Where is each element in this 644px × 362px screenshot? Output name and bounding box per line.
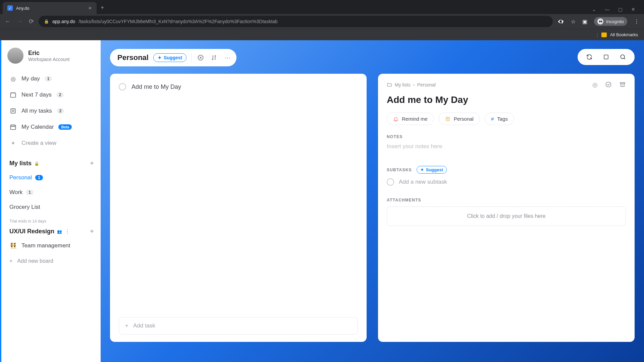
add-subtask-row[interactable]: Add a new subtask xyxy=(387,178,626,186)
browser-toolbar: ← → ⟳ 🔒 app.any.do/tasks/lists/uy0CCuvYF… xyxy=(0,14,644,29)
close-window-icon[interactable]: ✕ xyxy=(631,7,635,12)
maximize-icon[interactable]: ▢ xyxy=(618,7,623,12)
count-badge: 2 xyxy=(56,92,64,98)
svg-rect-7 xyxy=(620,82,625,83)
sidebar-item-alltasks[interactable]: All my tasks 2 xyxy=(7,104,96,118)
kebab-menu-icon[interactable]: ⋮ xyxy=(634,18,639,25)
profile-block[interactable]: Eric Workspace Account xyxy=(7,48,96,64)
forward-arrow-icon[interactable]: → xyxy=(17,18,23,25)
breadcrumb-list[interactable]: Personal xyxy=(417,82,436,87)
panels: Add me to My Day + Add task My lists › P… xyxy=(110,74,635,342)
chip-label: Tags xyxy=(497,116,508,122)
plus-icon: + xyxy=(9,258,12,264)
avatar xyxy=(7,48,23,64)
tags-chip[interactable]: # Tags xyxy=(485,113,514,125)
search-icon[interactable] xyxy=(619,53,627,61)
workspace-title: UX/UI Redesign xyxy=(9,228,54,235)
sidebar-item-next7[interactable]: Next 7 days 2 xyxy=(7,88,96,102)
sidebar-item-label: My day xyxy=(21,75,40,82)
sidebar-create-view[interactable]: + Create a view xyxy=(7,136,96,150)
attachments-label: ATTACHMENTS xyxy=(387,198,626,202)
note-icon xyxy=(445,116,450,122)
add-task-input[interactable]: + Add task xyxy=(119,317,358,335)
workspace-header: UX/UI Redesign 👥 ⋮ + xyxy=(7,226,96,237)
main-stage: Personal ✦ Suggest ⋯ xyxy=(101,40,644,362)
count-badge: 2 xyxy=(57,108,64,114)
list-item-work[interactable]: Work 1 xyxy=(7,186,96,199)
remind-chip[interactable]: Remind me xyxy=(387,113,434,125)
bell-icon xyxy=(393,116,398,122)
bookmarks-bar: | All Bookmarks xyxy=(0,29,644,40)
svg-rect-0 xyxy=(11,93,16,97)
svg-point-5 xyxy=(621,55,625,59)
more-icon[interactable]: ⋯ xyxy=(223,53,232,62)
complete-check-icon[interactable] xyxy=(605,81,612,88)
workspace-menu-icon[interactable]: ⋮ xyxy=(65,228,70,235)
team-emoji-icon: 👯 xyxy=(9,242,17,249)
count-badge: 1 xyxy=(45,76,52,81)
minimize-icon[interactable]: — xyxy=(605,7,609,12)
list-item-personal[interactable]: Personal 1 xyxy=(7,171,96,184)
square-icon[interactable] xyxy=(602,53,610,61)
list-header-card: Personal ✦ Suggest ⋯ xyxy=(110,49,236,66)
add-board-button[interactable]: + Add new board xyxy=(7,255,96,267)
subtasks-suggest-label: Suggest xyxy=(426,167,443,172)
archive-icon[interactable] xyxy=(619,81,626,88)
task-row[interactable]: Add me to My Day xyxy=(119,81,358,93)
url-path: /tasks/lists/uy0CCuvYFYMIJb6eMfn3_KxN?d=… xyxy=(78,19,277,24)
subtask-placeholder: Add a new subtask xyxy=(399,179,447,185)
add-list-button[interactable]: + xyxy=(90,160,94,167)
app-root: Eric Workspace Account ◎ My day 1 Next 7… xyxy=(0,40,644,362)
detail-title[interactable]: Add me to My Day xyxy=(387,95,626,105)
task-checkbox[interactable] xyxy=(119,83,126,90)
list-item-label: Work xyxy=(9,189,22,196)
chip-row: Remind me Personal # Tags xyxy=(387,113,626,125)
people-icon[interactable]: 👥 xyxy=(57,229,62,234)
new-tab-button[interactable]: + xyxy=(97,2,108,14)
back-arrow-icon[interactable]: ← xyxy=(5,18,11,25)
url-domain: app.any.do xyxy=(52,19,75,24)
detail-actions: ◎ xyxy=(592,81,626,88)
incognito-badge[interactable]: 🕶 Incognito xyxy=(594,17,627,26)
star-icon[interactable]: ☆ xyxy=(571,18,576,25)
profile-name: Eric xyxy=(28,50,69,57)
all-bookmarks-link[interactable]: All Bookmarks xyxy=(610,32,638,37)
browser-tab[interactable]: ✓ Any.do ✕ xyxy=(3,2,97,14)
count-badge: 1 xyxy=(26,190,34,195)
board-team-management[interactable]: 👯 Team management xyxy=(7,239,96,253)
notes-input[interactable]: Insert your notes here xyxy=(387,143,626,157)
tab-bar: ✓ Any.do ✕ + ⌄ — ▢ ✕ xyxy=(0,0,644,14)
chip-label: Personal xyxy=(454,116,474,122)
sort-icon[interactable] xyxy=(210,53,218,62)
suggest-button[interactable]: ✦ Suggest xyxy=(153,53,186,62)
sidebar-item-label: All my tasks xyxy=(21,108,52,114)
breadcrumb-root[interactable]: My lists xyxy=(395,82,411,87)
target-icon: ◎ xyxy=(9,75,17,82)
close-tab-icon[interactable]: ✕ xyxy=(88,6,92,11)
eye-off-icon[interactable]: 👁‍🗨 xyxy=(557,18,564,25)
list-item-grocery[interactable]: Grocery List xyxy=(7,201,96,214)
attachments-placeholder: Click to add / drop your files here xyxy=(467,213,546,219)
calendar-icon xyxy=(9,123,17,131)
myday-target-icon[interactable]: ◎ xyxy=(592,81,598,88)
sidebar: Eric Workspace Account ◎ My day 1 Next 7… xyxy=(0,40,101,362)
add-workspace-item[interactable]: + xyxy=(90,228,94,235)
panel-icon[interactable]: ▣ xyxy=(582,18,587,25)
list-chip[interactable]: Personal xyxy=(439,113,480,125)
subtask-checkbox[interactable] xyxy=(387,178,394,186)
list-item-label: Personal xyxy=(9,174,32,181)
close-circle-icon[interactable] xyxy=(196,53,205,62)
trial-text: Trial ends in 14 days xyxy=(7,216,96,224)
svg-point-6 xyxy=(606,82,611,87)
attachments-dropzone[interactable]: Click to add / drop your files here xyxy=(387,206,626,226)
divider xyxy=(191,53,192,62)
subtasks-suggest-button[interactable]: ✦ Suggest xyxy=(417,166,447,174)
notes-placeholder: Insert your notes here xyxy=(387,143,442,149)
sidebar-item-calendar[interactable]: My Calendar Beta xyxy=(7,120,96,134)
count-badge: 1 xyxy=(35,175,43,180)
sync-icon[interactable] xyxy=(585,53,594,61)
url-bar[interactable]: 🔒 app.any.do/tasks/lists/uy0CCuvYFYMIJb6… xyxy=(39,16,553,27)
reload-icon[interactable]: ⟳ xyxy=(29,18,34,25)
sidebar-item-myday[interactable]: ◎ My day 1 xyxy=(7,72,96,86)
chevron-down-icon[interactable]: ⌄ xyxy=(592,7,596,12)
